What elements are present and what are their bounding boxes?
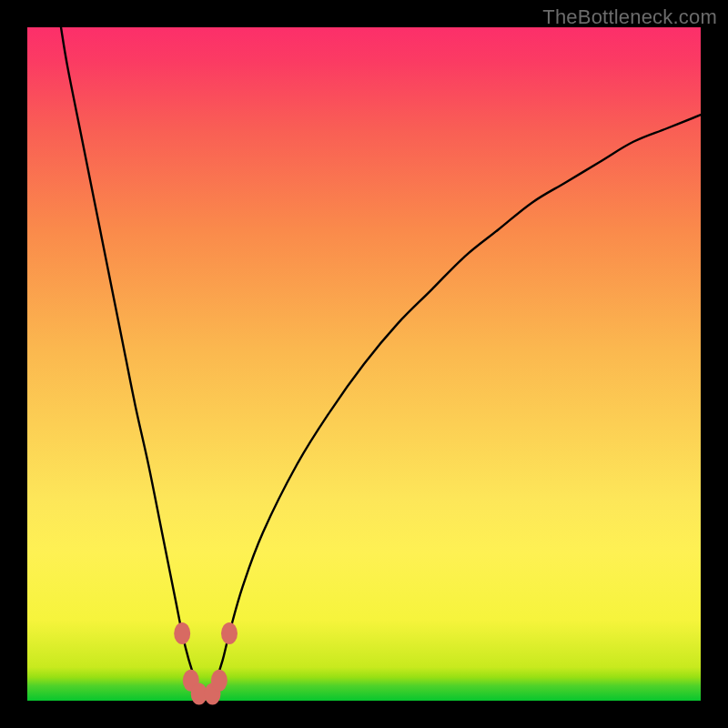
curve-marker-5 [221,622,238,644]
curve-marker-0 [174,622,190,644]
chart-frame: TheBottleneck.com [0,0,728,728]
curve-svg [27,27,701,701]
bottleneck-curve [61,27,701,696]
curve-markers [174,622,238,705]
plot-area [27,27,701,701]
curve-marker-4 [211,670,228,692]
watermark-text: TheBottleneck.com [542,5,717,29]
